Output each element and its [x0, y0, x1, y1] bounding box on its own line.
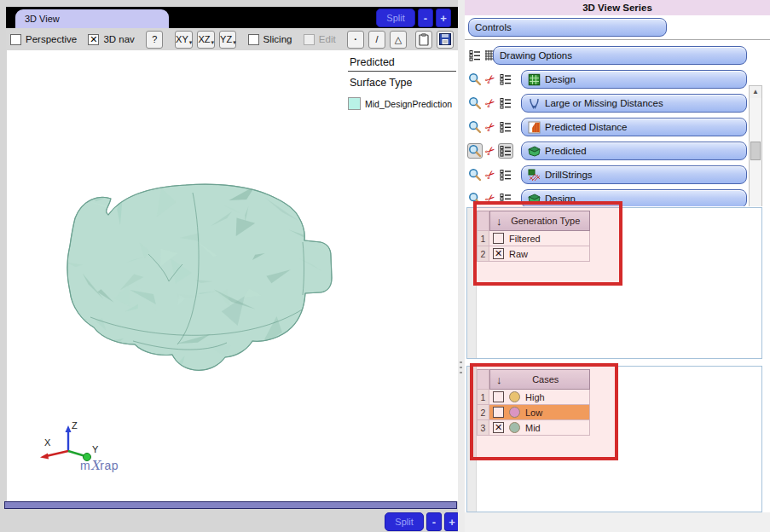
- zoom-icon-button[interactable]: [467, 95, 483, 111]
- mxrap-logo: mXrap: [80, 458, 119, 473]
- cases-header[interactable]: ↓ Cases: [489, 369, 590, 390]
- clip-icon-button[interactable]: ✂: [483, 191, 498, 206]
- zoom-icon-button[interactable]: [467, 191, 483, 206]
- legend-subtitle: Surface Type: [348, 72, 456, 90]
- high-checkbox[interactable]: [493, 391, 504, 402]
- zoom-icon-button[interactable]: [467, 167, 483, 182]
- clip-icon-button[interactable]: ✂: [483, 119, 498, 135]
- drillstrings-icon: [528, 169, 541, 182]
- options-icon-button[interactable]: [498, 143, 513, 159]
- series-scrollbar[interactable]: ▲ ▼: [749, 85, 762, 206]
- save-button[interactable]: [437, 31, 454, 49]
- view-xy-button[interactable]: XY▾: [175, 31, 193, 49]
- scissors-icon: ✂: [483, 167, 498, 182]
- series-row-predicted-distance: ✂ Pre: [465, 115, 770, 139]
- options-icon-button[interactable]: [498, 167, 513, 182]
- perspective-label: Perspective: [26, 34, 77, 44]
- generation-type-table: ↓ Generation Type 1 Filtered 2 Raw: [477, 211, 590, 262]
- options-icon-button[interactable]: [498, 72, 513, 87]
- large-missing-distances-button[interactable]: Large or Missing Distances: [521, 94, 747, 113]
- window-controls-bottom: Split - +: [385, 512, 460, 531]
- low-checkbox[interactable]: [493, 407, 504, 418]
- help-button[interactable]: ?: [146, 31, 163, 49]
- generation-type-panel: ↓ Generation Type 1 Filtered 2 Raw: [466, 207, 762, 359]
- draw-triangle-button[interactable]: △: [390, 31, 407, 49]
- split-button[interactable]: Split: [376, 9, 415, 27]
- design-series-button[interactable]: Design: [521, 70, 747, 89]
- tab-3d-view[interactable]: 3D View: [15, 9, 169, 28]
- predicted-series-button[interactable]: Predicted: [521, 142, 747, 160]
- window-controls-top: Split - +: [376, 9, 451, 27]
- panel-gutter: [467, 208, 477, 358]
- clip-icon-button[interactable]: ✂: [483, 72, 498, 87]
- split-button-bottom[interactable]: Split: [385, 512, 424, 531]
- table-corner-cell: [477, 211, 489, 231]
- 3d-viewport[interactable]: Predicted Surface Type Mid_DesignPredict…: [7, 50, 458, 501]
- viewport-legend: Predicted Surface Type Mid_DesignPredict…: [348, 55, 456, 110]
- row-label: Filtered: [509, 234, 541, 244]
- low-row[interactable]: Low: [489, 405, 590, 420]
- draw-point-button[interactable]: ·: [347, 31, 364, 49]
- filtered-checkbox[interactable]: [493, 233, 504, 244]
- cases-table: ↓ Cases 1 High 2: [477, 369, 590, 436]
- generation-type-header[interactable]: ↓ Generation Type: [489, 211, 590, 231]
- options-icon-button[interactable]: [498, 119, 513, 135]
- checklist-icon-button[interactable]: [467, 48, 483, 63]
- zoom-icon-button[interactable]: [467, 72, 483, 87]
- legend-item-label: Mid_DesignPrediction: [365, 99, 452, 109]
- minimize-button-bottom[interactable]: -: [426, 512, 442, 531]
- maximize-button[interactable]: +: [436, 9, 451, 27]
- view-xz-label: XZ: [198, 34, 210, 44]
- scissors-icon: ✂: [483, 191, 498, 206]
- minimize-button[interactable]: -: [418, 9, 433, 27]
- scrollbar-thumb[interactable]: [750, 142, 761, 160]
- view-xz-button[interactable]: XZ▾: [197, 31, 215, 49]
- window-splitter[interactable]: [458, 0, 465, 532]
- design-surface-icon: [528, 193, 541, 205]
- row-number: 1: [477, 390, 489, 405]
- clip-icon-button[interactable]: ✂: [483, 95, 498, 111]
- options-icon-button[interactable]: [498, 191, 513, 206]
- clipboard-icon: [419, 33, 429, 46]
- edit-checkbox: [304, 34, 315, 45]
- scissors-icon: ✂: [483, 95, 498, 111]
- controls-button[interactable]: Controls: [468, 18, 667, 37]
- series-label: Large or Missing Distances: [545, 98, 663, 108]
- series-row-large-missing: ✂: [465, 91, 770, 115]
- series-list: Drawing Options ✂: [465, 43, 770, 206]
- predicted-distance-button[interactable]: Predicted Distance: [521, 118, 747, 136]
- zoom-icon-button[interactable]: [467, 119, 483, 135]
- checklist-icon: [500, 145, 512, 157]
- raw-row[interactable]: Raw: [489, 246, 590, 262]
- clip-icon-button[interactable]: ✂: [483, 143, 498, 159]
- mid-checkbox[interactable]: [493, 422, 504, 433]
- collapsed-panel-bar[interactable]: [4, 501, 457, 509]
- 3d-view-series-panel: 3D View Series Controls: [465, 0, 770, 532]
- table-row: 2 Raw: [477, 246, 590, 262]
- mid-row[interactable]: Mid: [489, 420, 590, 436]
- drillstrings-button[interactable]: DrillStrings: [521, 165, 747, 184]
- design-2-button[interactable]: Design: [521, 189, 747, 206]
- zoom-icon-button[interactable]: [467, 143, 483, 159]
- predicted-surface-icon: [528, 145, 541, 158]
- view-yz-button[interactable]: YZ▾: [219, 31, 237, 49]
- slicing-checkbox[interactable]: [248, 34, 259, 45]
- high-row[interactable]: High: [489, 390, 590, 405]
- axis-y-label: Y: [92, 444, 99, 454]
- row-label: High: [525, 392, 545, 402]
- raw-checkbox[interactable]: [493, 248, 504, 259]
- draw-line-button[interactable]: /: [368, 31, 385, 49]
- 3d-nav-checkbox[interactable]: [88, 34, 99, 45]
- perspective-checkbox[interactable]: [10, 34, 21, 45]
- filtered-row[interactable]: Filtered: [489, 231, 590, 246]
- legend-item: Mid_DesignPrediction: [348, 97, 456, 110]
- magnifier-icon: [468, 120, 482, 134]
- view-yz-label: YZ: [220, 34, 232, 44]
- axis-x-label: X: [44, 437, 51, 448]
- clip-icon-button[interactable]: ✂: [483, 167, 498, 182]
- table-row: 2 Low: [477, 405, 590, 420]
- scroll-up-icon[interactable]: ▲: [750, 86, 761, 98]
- drawing-options-button[interactable]: Drawing Options: [493, 46, 747, 65]
- options-icon-button[interactable]: [498, 95, 513, 111]
- copy-to-clipboard-button[interactable]: [415, 31, 432, 49]
